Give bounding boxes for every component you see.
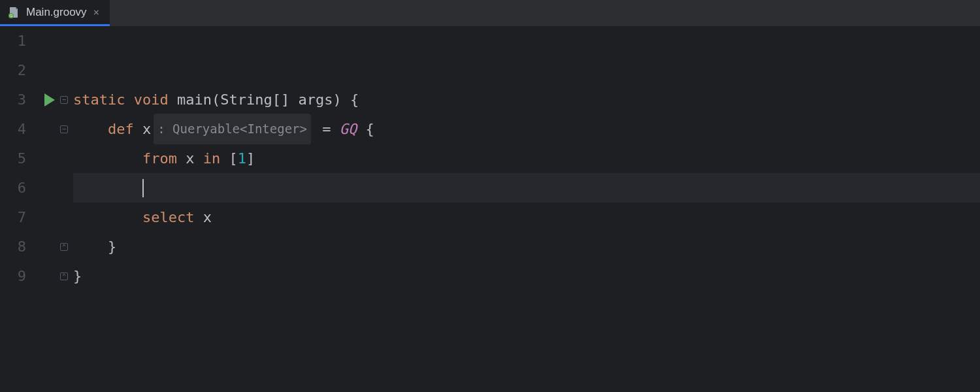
run-icon[interactable] [44,93,55,106]
code-token: static [73,85,134,114]
code-line[interactable]: } [73,261,980,291]
code-token: String [220,85,272,114]
code-token: x [142,114,151,144]
code-token: from [142,144,186,173]
code-editor[interactable]: 123456789 −−⌃⌃ static void main(String[]… [0,26,980,392]
code-token: void [134,85,177,114]
code-token: = [314,114,340,144]
line-number: 2 [18,56,26,85]
code-line[interactable]: def x: Queryable<Integer> = GQ { [73,114,980,144]
code-line[interactable]: from x in [1] [73,144,980,173]
line-number: 5 [18,144,26,173]
gutter-actions: −−⌃⌃ [30,26,69,392]
line-number: 6 [18,173,26,203]
fold-collapse-icon[interactable]: − [60,96,68,104]
code-token: } [73,261,82,291]
code-token: args [298,85,333,114]
code-token: x [203,203,212,232]
code-token: } [108,232,116,261]
code-line[interactable] [73,26,980,56]
code-token: { [357,114,374,144]
editor-tab-main-groovy[interactable]: G Main.groovy × [0,0,110,26]
line-number-gutter: 123456789 [0,26,30,392]
code-area[interactable]: static void main(String[] args) { def x:… [69,26,980,392]
code-line[interactable] [73,173,980,203]
code-token: GQ [340,114,357,144]
code-token: 1 [238,144,246,173]
code-token: x [186,144,203,173]
code-token: [ [229,144,237,173]
code-line[interactable] [73,56,980,85]
code-token: ( [212,85,220,114]
svg-text:G: G [10,14,13,18]
fold-end-icon[interactable]: ⌃ [60,243,68,251]
tab-bar: G Main.groovy × [0,0,980,26]
line-number: 4 [18,114,26,144]
groovy-file-icon: G [8,7,20,18]
line-number: 7 [18,203,26,232]
line-number: 9 [18,261,26,291]
fold-end-icon[interactable]: ⌃ [60,272,68,280]
line-number: 8 [18,232,26,261]
code-line[interactable]: static void main(String[] args) { [73,85,980,114]
inlay-hint: : Queryable<Integer> [154,114,311,144]
code-line[interactable]: } [73,232,980,261]
code-token: main [177,85,212,114]
line-number: 3 [18,85,26,114]
code-token: in [203,144,229,173]
code-token: def [108,114,142,144]
code-token: [] [272,85,299,114]
line-number: 1 [18,26,26,56]
close-icon[interactable]: × [93,6,100,18]
tab-label: Main.groovy [26,6,87,19]
code-token: ) { [333,85,359,114]
code-token: ] [246,144,255,173]
ide-root: G Main.groovy × 123456789 −−⌃⌃ static vo… [0,0,980,392]
text-caret [142,179,144,197]
code-token: select [142,203,203,232]
fold-collapse-icon[interactable]: − [60,125,68,133]
code-line[interactable]: select x [73,203,980,232]
